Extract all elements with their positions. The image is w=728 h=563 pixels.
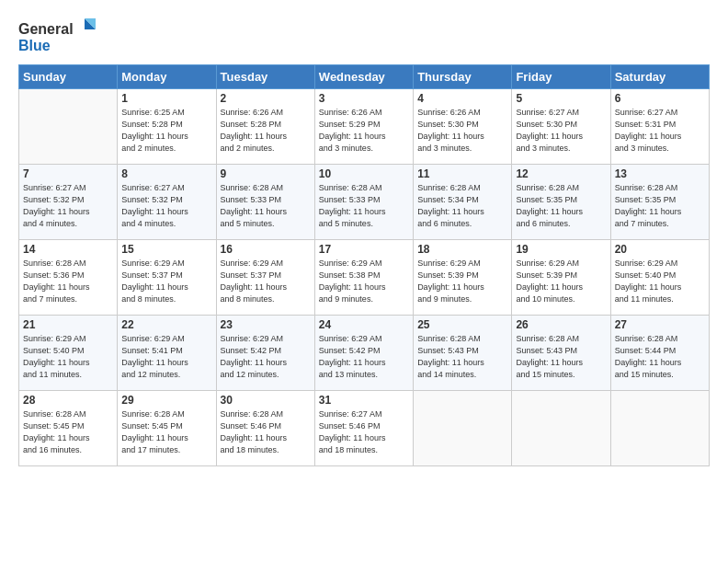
calendar-table: SundayMondayTuesdayWednesdayThursdayFrid…: [18, 64, 710, 466]
day-info: Sunrise: 6:25 AM Sunset: 5:28 PM Dayligh…: [121, 107, 211, 155]
day-info: Sunrise: 6:27 AM Sunset: 5:31 PM Dayligh…: [615, 107, 705, 155]
day-info: Sunrise: 6:29 AM Sunset: 5:39 PM Dayligh…: [516, 258, 606, 305]
calendar-cell: 25Sunrise: 6:28 AM Sunset: 5:43 PM Dayli…: [414, 316, 512, 391]
day-number: 16: [221, 243, 311, 256]
day-number: 6: [615, 92, 705, 105]
calendar-cell: 8Sunrise: 6:27 AM Sunset: 5:32 PM Daylig…: [118, 165, 216, 240]
calendar-cell: 3Sunrise: 6:26 AM Sunset: 5:29 PM Daylig…: [314, 89, 413, 165]
weekday-header-wednesday: Wednesday: [314, 65, 413, 89]
day-info: Sunrise: 6:28 AM Sunset: 5:33 PM Dayligh…: [221, 182, 311, 230]
day-number: 5: [516, 92, 606, 105]
day-number: 20: [615, 243, 705, 256]
day-info: Sunrise: 6:29 AM Sunset: 5:41 PM Dayligh…: [121, 333, 211, 381]
calendar-cell: 14Sunrise: 6:28 AM Sunset: 5:36 PM Dayli…: [19, 240, 118, 316]
day-info: Sunrise: 6:29 AM Sunset: 5:42 PM Dayligh…: [221, 333, 311, 381]
day-info: Sunrise: 6:27 AM Sunset: 5:30 PM Dayligh…: [516, 107, 606, 155]
calendar-cell: 19Sunrise: 6:29 AM Sunset: 5:39 PM Dayli…: [512, 240, 610, 316]
day-number: 15: [121, 243, 211, 256]
day-number: 8: [121, 167, 211, 180]
calendar-cell: 10Sunrise: 6:28 AM Sunset: 5:33 PM Dayli…: [314, 165, 413, 240]
day-number: 29: [121, 394, 211, 407]
calendar-cell: 26Sunrise: 6:28 AM Sunset: 5:43 PM Dayli…: [512, 316, 610, 391]
calendar-week-row: 21Sunrise: 6:29 AM Sunset: 5:40 PM Dayli…: [19, 316, 710, 391]
day-info: Sunrise: 6:28 AM Sunset: 5:34 PM Dayligh…: [417, 182, 507, 230]
day-info: Sunrise: 6:26 AM Sunset: 5:29 PM Dayligh…: [319, 107, 409, 155]
calendar-cell: 28Sunrise: 6:28 AM Sunset: 5:45 PM Dayli…: [19, 391, 118, 466]
calendar-cell: 5Sunrise: 6:27 AM Sunset: 5:30 PM Daylig…: [512, 89, 610, 165]
calendar-week-row: 28Sunrise: 6:28 AM Sunset: 5:45 PM Dayli…: [19, 391, 710, 466]
svg-text:Blue: Blue: [18, 38, 51, 53]
calendar-cell: [610, 391, 709, 466]
weekday-header-thursday: Thursday: [414, 65, 512, 89]
day-number: 4: [417, 92, 507, 105]
weekday-header-sunday: Sunday: [19, 65, 118, 89]
day-number: 26: [516, 318, 606, 331]
day-info: Sunrise: 6:28 AM Sunset: 5:45 PM Dayligh…: [121, 408, 211, 456]
day-number: 14: [23, 243, 113, 256]
weekday-header-row: SundayMondayTuesdayWednesdayThursdayFrid…: [19, 65, 710, 89]
day-number: 11: [417, 167, 507, 180]
calendar-cell: 13Sunrise: 6:28 AM Sunset: 5:35 PM Dayli…: [610, 165, 709, 240]
day-info: Sunrise: 6:26 AM Sunset: 5:28 PM Dayligh…: [221, 107, 311, 155]
weekday-header-tuesday: Tuesday: [216, 65, 314, 89]
day-number: 21: [23, 318, 113, 331]
calendar-cell: 18Sunrise: 6:29 AM Sunset: 5:39 PM Dayli…: [414, 240, 512, 316]
weekday-header-monday: Monday: [118, 65, 216, 89]
day-info: Sunrise: 6:29 AM Sunset: 5:37 PM Dayligh…: [121, 258, 211, 305]
calendar-cell: 22Sunrise: 6:29 AM Sunset: 5:41 PM Dayli…: [118, 316, 216, 391]
day-number: 2: [221, 92, 311, 105]
day-number: 13: [615, 167, 705, 180]
day-number: 31: [319, 394, 409, 407]
day-info: Sunrise: 6:28 AM Sunset: 5:35 PM Dayligh…: [615, 182, 705, 230]
day-info: Sunrise: 6:28 AM Sunset: 5:46 PM Dayligh…: [221, 408, 311, 456]
calendar-cell: 2Sunrise: 6:26 AM Sunset: 5:28 PM Daylig…: [216, 89, 314, 165]
calendar-cell: 16Sunrise: 6:29 AM Sunset: 5:37 PM Dayli…: [216, 240, 314, 316]
calendar-cell: 24Sunrise: 6:29 AM Sunset: 5:42 PM Dayli…: [314, 316, 413, 391]
day-number: 9: [221, 167, 311, 180]
calendar-cell: 7Sunrise: 6:27 AM Sunset: 5:32 PM Daylig…: [19, 165, 118, 240]
calendar-cell: 23Sunrise: 6:29 AM Sunset: 5:42 PM Dayli…: [216, 316, 314, 391]
day-number: 1: [121, 92, 211, 105]
calendar-cell: [414, 391, 512, 466]
calendar-week-row: 1Sunrise: 6:25 AM Sunset: 5:28 PM Daylig…: [19, 89, 710, 165]
calendar-cell: 27Sunrise: 6:28 AM Sunset: 5:44 PM Dayli…: [610, 316, 709, 391]
day-number: 25: [417, 318, 507, 331]
calendar-cell: 6Sunrise: 6:27 AM Sunset: 5:31 PM Daylig…: [610, 89, 709, 165]
day-number: 30: [221, 394, 311, 407]
day-info: Sunrise: 6:28 AM Sunset: 5:36 PM Dayligh…: [23, 258, 113, 305]
day-info: Sunrise: 6:26 AM Sunset: 5:30 PM Dayligh…: [417, 107, 507, 155]
day-info: Sunrise: 6:29 AM Sunset: 5:38 PM Dayligh…: [319, 258, 409, 305]
day-info: Sunrise: 6:27 AM Sunset: 5:32 PM Dayligh…: [121, 182, 211, 230]
weekday-header-friday: Friday: [512, 65, 610, 89]
calendar-week-row: 7Sunrise: 6:27 AM Sunset: 5:32 PM Daylig…: [19, 165, 710, 240]
calendar-cell: 12Sunrise: 6:28 AM Sunset: 5:35 PM Dayli…: [512, 165, 610, 240]
day-number: 12: [516, 167, 606, 180]
calendar-cell: 20Sunrise: 6:29 AM Sunset: 5:40 PM Dayli…: [610, 240, 709, 316]
calendar-week-row: 14Sunrise: 6:28 AM Sunset: 5:36 PM Dayli…: [19, 240, 710, 316]
calendar-cell: 11Sunrise: 6:28 AM Sunset: 5:34 PM Dayli…: [414, 165, 512, 240]
day-info: Sunrise: 6:27 AM Sunset: 5:46 PM Dayligh…: [319, 408, 409, 456]
calendar-cell: 21Sunrise: 6:29 AM Sunset: 5:40 PM Dayli…: [19, 316, 118, 391]
calendar-cell: 31Sunrise: 6:27 AM Sunset: 5:46 PM Dayli…: [314, 391, 413, 466]
logo: General Blue: [18, 17, 101, 57]
day-info: Sunrise: 6:29 AM Sunset: 5:42 PM Dayligh…: [319, 333, 409, 381]
calendar-cell: 17Sunrise: 6:29 AM Sunset: 5:38 PM Dayli…: [314, 240, 413, 316]
header: General Blue: [18, 17, 710, 57]
day-info: Sunrise: 6:28 AM Sunset: 5:35 PM Dayligh…: [516, 182, 606, 230]
day-info: Sunrise: 6:29 AM Sunset: 5:40 PM Dayligh…: [23, 333, 113, 381]
svg-text:General: General: [18, 21, 74, 37]
calendar-cell: 30Sunrise: 6:28 AM Sunset: 5:46 PM Dayli…: [216, 391, 314, 466]
day-number: 23: [221, 318, 311, 331]
calendar-cell: 15Sunrise: 6:29 AM Sunset: 5:37 PM Dayli…: [118, 240, 216, 316]
day-number: 17: [319, 243, 409, 256]
day-number: 28: [23, 394, 113, 407]
day-number: 19: [516, 243, 606, 256]
calendar-cell: 29Sunrise: 6:28 AM Sunset: 5:45 PM Dayli…: [118, 391, 216, 466]
day-info: Sunrise: 6:28 AM Sunset: 5:45 PM Dayligh…: [23, 408, 113, 456]
day-info: Sunrise: 6:29 AM Sunset: 5:40 PM Dayligh…: [615, 258, 705, 305]
day-number: 3: [319, 92, 409, 105]
calendar-cell: [19, 89, 118, 165]
day-info: Sunrise: 6:28 AM Sunset: 5:43 PM Dayligh…: [516, 333, 606, 381]
day-number: 7: [23, 167, 113, 180]
day-info: Sunrise: 6:28 AM Sunset: 5:33 PM Dayligh…: [319, 182, 409, 230]
